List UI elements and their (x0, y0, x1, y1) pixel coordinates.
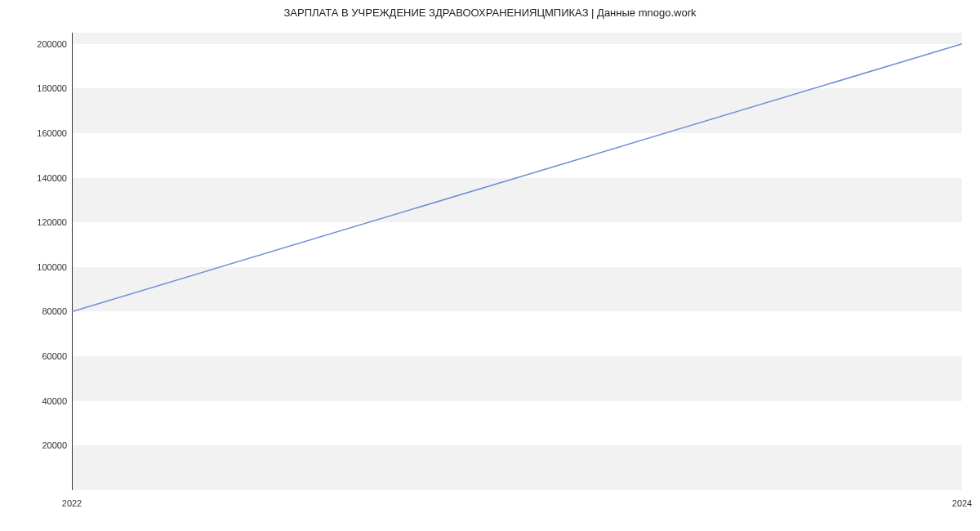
chart-title: ЗАРПЛАТА В УЧРЕЖДЕНИЕ ЗДРАВООХРАНЕНИЯЦМП… (0, 7, 980, 19)
y-tick-label: 80000 (10, 306, 67, 316)
y-tick-label: 140000 (10, 173, 67, 183)
y-tick-label: 60000 (10, 351, 67, 361)
line-chart: ЗАРПЛАТА В УЧРЕЖДЕНИЕ ЗДРАВООХРАНЕНИЯЦМП… (0, 0, 980, 531)
x-tick-label: 2022 (62, 498, 82, 508)
grid-band (73, 267, 962, 312)
y-tick-label: 200000 (10, 39, 67, 49)
grid-band (73, 88, 962, 133)
grid-band (73, 445, 962, 490)
y-tick-label: 180000 (10, 83, 67, 93)
y-tick-label: 120000 (10, 217, 67, 227)
y-tick-label: 160000 (10, 128, 67, 138)
plot-area (72, 33, 962, 490)
grid-band (73, 178, 962, 223)
grid-band (73, 356, 962, 401)
grid-band (73, 33, 962, 44)
x-tick-label: 2024 (952, 498, 972, 508)
y-tick-label: 100000 (10, 262, 67, 272)
y-tick-label: 40000 (10, 396, 67, 406)
y-tick-label: 20000 (10, 440, 67, 450)
